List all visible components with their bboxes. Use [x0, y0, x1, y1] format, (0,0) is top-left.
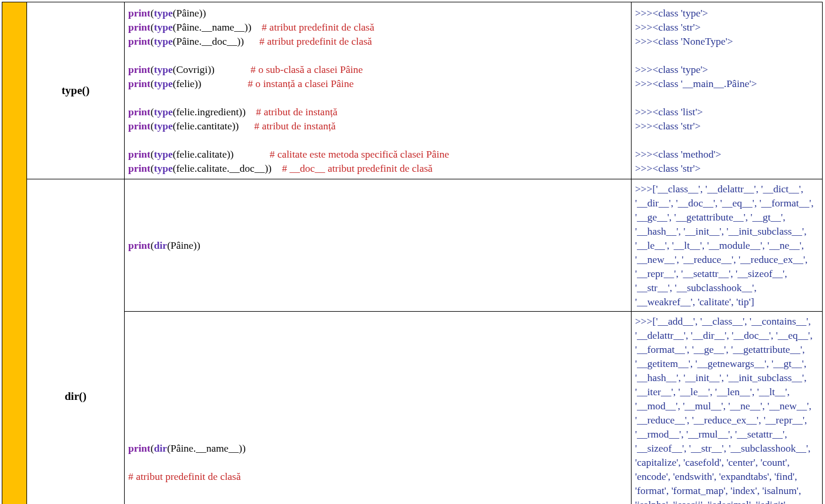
output-block-dir-2: >>>['__add__', '__class__', '__contains_…: [635, 314, 819, 504]
category-stripe: [2, 2, 27, 505]
output-dir-2: >>>['__add__', '__class__', '__contains_…: [632, 312, 823, 505]
code-block-type: print(type(Pâine)) print(type(Pâine.__na…: [128, 6, 627, 175]
code-block-dir-2: print(dir(Pâine.__name__)) # atribut pre…: [128, 441, 627, 483]
output-block-type: >>><class 'type'> >>><class 'str'> >>><c…: [635, 6, 819, 175]
row-dir-1: dir() print(dir(Pâine)) >>>['__class__',…: [2, 179, 823, 312]
output-block-dir-1: >>>['__class__', '__delattr__', '__dict_…: [635, 182, 819, 309]
code-dir-2: print(dir(Pâine.__name__)) # atribut pre…: [125, 312, 632, 505]
code-block-dir-1: print(dir(Pâine)): [128, 238, 627, 252]
code-type: print(type(Pâine)) print(type(Pâine.__na…: [125, 2, 632, 179]
row-dir-2: print(dir(Pâine.__name__)) # atribut pre…: [2, 312, 823, 505]
code-dir-1: print(dir(Pâine)): [125, 179, 632, 312]
output-type: >>><class 'type'> >>><class 'str'> >>><c…: [632, 2, 823, 179]
output-dir-1: >>>['__class__', '__delattr__', '__dict_…: [632, 179, 823, 312]
reference-table: type() print(type(Pâine)) print(type(Pâi…: [2, 2, 823, 504]
function-name-type: type(): [27, 2, 125, 179]
row-type: type() print(type(Pâine)) print(type(Pâi…: [2, 2, 823, 179]
function-name-dir: dir(): [27, 179, 125, 505]
